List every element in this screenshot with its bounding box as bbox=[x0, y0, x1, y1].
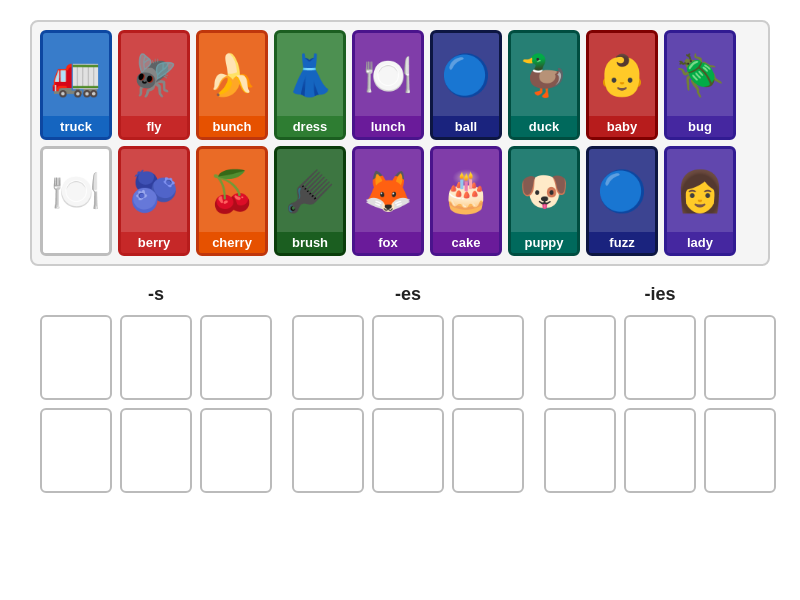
drop-column-s: -s bbox=[30, 284, 282, 493]
card-emoji-fuzz: 🔵 bbox=[597, 171, 647, 211]
card-label-fox: fox bbox=[355, 232, 421, 253]
card-emoji-bug: 🪲 bbox=[675, 55, 725, 95]
card-bug[interactable]: 🪲 bug bbox=[664, 30, 736, 140]
card-label-fuzz: fuzz bbox=[589, 232, 655, 253]
card-image-bunch: 🍌 bbox=[199, 33, 265, 116]
drop-box-ies-1-2[interactable] bbox=[704, 408, 776, 493]
drop-row-es-0 bbox=[292, 315, 524, 400]
card-berry[interactable]: 🫐 berry bbox=[118, 146, 190, 256]
drop-box-s-0-0[interactable] bbox=[40, 315, 112, 400]
card-label-cherry: cherry bbox=[199, 232, 265, 253]
card-dress[interactable]: 👗 dress bbox=[274, 30, 346, 140]
drop-box-es-1-0[interactable] bbox=[292, 408, 364, 493]
drop-box-es-1-1[interactable] bbox=[372, 408, 444, 493]
drop-row-ies-1 bbox=[544, 408, 776, 493]
drop-box-ies-1-0[interactable] bbox=[544, 408, 616, 493]
card-cherry[interactable]: 🍒 cherry bbox=[196, 146, 268, 256]
drop-rows-es bbox=[282, 315, 534, 493]
card-label-berry: berry bbox=[121, 232, 187, 253]
card-label-bunch: bunch bbox=[199, 116, 265, 137]
card-image-lady: 👩 bbox=[667, 149, 733, 232]
card-emoji-truck: 🚛 bbox=[51, 55, 101, 95]
drop-box-ies-0-2[interactable] bbox=[704, 315, 776, 400]
drop-box-ies-0-0[interactable] bbox=[544, 315, 616, 400]
card-fox[interactable]: 🦊 fox bbox=[352, 146, 424, 256]
drop-row-s-0 bbox=[40, 315, 272, 400]
drop-column-es: -es bbox=[282, 284, 534, 493]
card-image-baby: 👶 bbox=[589, 33, 655, 116]
card-cake[interactable]: 🎂 cake bbox=[430, 146, 502, 256]
drop-row-ies-0 bbox=[544, 315, 776, 400]
drop-row-s-1 bbox=[40, 408, 272, 493]
card-emoji-berry: 🫐 bbox=[129, 171, 179, 211]
drop-box-s-0-1[interactable] bbox=[120, 315, 192, 400]
card-label-baby: baby bbox=[589, 116, 655, 137]
card-baby[interactable]: 👶 baby bbox=[586, 30, 658, 140]
card-fuzz[interactable]: 🔵 fuzz bbox=[586, 146, 658, 256]
drop-box-es-0-1[interactable] bbox=[372, 315, 444, 400]
drop-box-es-0-0[interactable] bbox=[292, 315, 364, 400]
card-plate[interactable]: 🍽️ plate bbox=[40, 146, 112, 256]
card-image-ball: 🔵 bbox=[433, 33, 499, 116]
card-grid: 🚛 truck 🪰 fly 🍌 bunch 👗 dress 🍽️ lunch bbox=[30, 20, 770, 266]
card-ball[interactable]: 🔵 ball bbox=[430, 30, 502, 140]
card-emoji-lady: 👩 bbox=[675, 171, 725, 211]
card-image-lunch: 🍽️ bbox=[355, 33, 421, 116]
card-emoji-puppy: 🐶 bbox=[519, 171, 569, 211]
card-emoji-lunch: 🍽️ bbox=[363, 55, 413, 95]
card-emoji-cherry: 🍒 bbox=[207, 171, 257, 211]
card-emoji-ball: 🔵 bbox=[441, 55, 491, 95]
card-image-puppy: 🐶 bbox=[511, 149, 577, 232]
card-label-fly: fly bbox=[121, 116, 187, 137]
card-emoji-baby: 👶 bbox=[597, 55, 647, 95]
card-puppy[interactable]: 🐶 puppy bbox=[508, 146, 580, 256]
card-label-cake: cake bbox=[433, 232, 499, 253]
card-label-lunch: lunch bbox=[355, 116, 421, 137]
card-lady[interactable]: 👩 lady bbox=[664, 146, 736, 256]
card-bunch[interactable]: 🍌 bunch bbox=[196, 30, 268, 140]
card-image-bug: 🪲 bbox=[667, 33, 733, 116]
drop-row-es-1 bbox=[292, 408, 524, 493]
card-image-fuzz: 🔵 bbox=[589, 149, 655, 232]
drop-box-s-1-2[interactable] bbox=[200, 408, 272, 493]
card-label-bug: bug bbox=[667, 116, 733, 137]
drop-rows-ies bbox=[534, 315, 786, 493]
card-label-brush: brush bbox=[277, 232, 343, 253]
drop-box-es-0-2[interactable] bbox=[452, 315, 524, 400]
card-emoji-duck: 🦆 bbox=[519, 55, 569, 95]
drop-column-ies: -ies bbox=[534, 284, 786, 493]
drop-box-s-1-1[interactable] bbox=[120, 408, 192, 493]
drop-header-ies: -ies bbox=[644, 284, 675, 305]
card-image-cherry: 🍒 bbox=[199, 149, 265, 232]
drop-box-ies-0-1[interactable] bbox=[624, 315, 696, 400]
card-row-2: 🍽️ plate 🫐 berry 🍒 cherry 🪮 brush 🦊 fox bbox=[40, 146, 760, 256]
card-label-puppy: puppy bbox=[511, 232, 577, 253]
card-lunch[interactable]: 🍽️ lunch bbox=[352, 30, 424, 140]
card-image-truck: 🚛 bbox=[43, 33, 109, 116]
card-emoji-cake: 🎂 bbox=[441, 171, 491, 211]
card-truck[interactable]: 🚛 truck bbox=[40, 30, 112, 140]
card-brush[interactable]: 🪮 brush bbox=[274, 146, 346, 256]
card-image-cake: 🎂 bbox=[433, 149, 499, 232]
card-emoji-fly: 🪰 bbox=[129, 55, 179, 95]
drop-header-es: -es bbox=[395, 284, 421, 305]
card-emoji-brush: 🪮 bbox=[285, 171, 335, 211]
card-image-fly: 🪰 bbox=[121, 33, 187, 116]
drop-box-es-1-2[interactable] bbox=[452, 408, 524, 493]
card-label-duck: duck bbox=[511, 116, 577, 137]
card-emoji-dress: 👗 bbox=[285, 55, 335, 95]
card-label-plate: plate bbox=[43, 232, 109, 253]
drop-rows-s bbox=[30, 315, 282, 493]
card-label-truck: truck bbox=[43, 116, 109, 137]
drop-box-s-1-0[interactable] bbox=[40, 408, 112, 493]
drop-box-s-0-2[interactable] bbox=[200, 315, 272, 400]
card-duck[interactable]: 🦆 duck bbox=[508, 30, 580, 140]
card-image-brush: 🪮 bbox=[277, 149, 343, 232]
drop-box-ies-1-1[interactable] bbox=[624, 408, 696, 493]
drop-header-s: -s bbox=[148, 284, 164, 305]
card-fly[interactable]: 🪰 fly bbox=[118, 30, 190, 140]
card-image-fox: 🦊 bbox=[355, 149, 421, 232]
card-label-lady: lady bbox=[667, 232, 733, 253]
card-image-dress: 👗 bbox=[277, 33, 343, 116]
drop-section: -s-es-ies bbox=[30, 284, 770, 493]
